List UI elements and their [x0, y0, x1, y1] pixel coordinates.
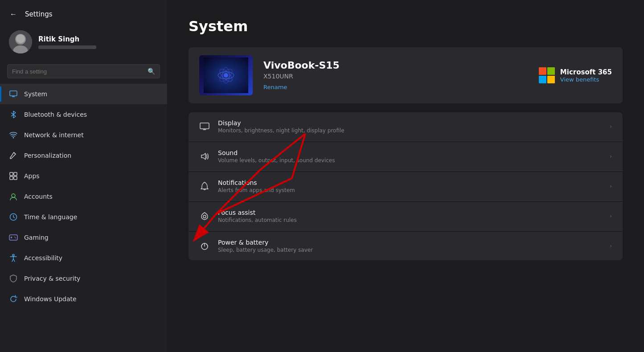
username: Ritik Singh — [38, 35, 96, 43]
nav-list: System Bluetooth & devices Network & int… — [0, 84, 167, 352]
sidebar: ← Settings Ritik Singh 🔍 — [0, 0, 167, 352]
sound-chevron-icon: › — [610, 153, 612, 160]
settings-item-notifications[interactable]: Notifications Alerts from apps and syste… — [189, 172, 623, 201]
main-content: System — [167, 0, 644, 352]
sidebar-item-gaming[interactable]: Gaming — [0, 227, 167, 248]
display-subtitle: Monitors, brightness, night light, displ… — [218, 127, 602, 134]
settings-text-display: Display Monitors, brightness, night ligh… — [218, 119, 602, 134]
gaming-icon — [9, 233, 18, 242]
sidebar-item-label: Time & language — [24, 213, 77, 221]
sidebar-item-label: Gaming — [24, 234, 49, 241]
search-container: 🔍 — [0, 61, 167, 84]
focus-subtitle: Notifications, automatic rules — [218, 217, 602, 223]
svg-rect-5 — [10, 91, 17, 96]
focus-chevron-icon: › — [610, 213, 612, 219]
sidebar-item-label: Network & internet — [24, 131, 84, 139]
sidebar-item-system[interactable]: System — [0, 84, 167, 104]
settings-group: Display Monitors, brightness, night ligh… — [189, 112, 623, 261]
sidebar-item-time[interactable]: Time & language — [0, 207, 167, 227]
notifications-subtitle: Alerts from apps and system — [218, 187, 602, 193]
username-bar — [38, 45, 96, 49]
system-icon — [9, 90, 18, 98]
display-icon — [199, 121, 210, 132]
settings-item-power[interactable]: Power & battery Sleep, battery usage, ba… — [189, 232, 623, 260]
sidebar-item-label: Apps — [24, 172, 40, 180]
user-info: Ritik Singh — [38, 35, 96, 49]
svg-point-8 — [13, 137, 14, 139]
sidebar-item-label: Personalization — [24, 152, 71, 159]
accessibility-icon — [9, 254, 18, 262]
sidebar-item-accounts[interactable]: Accounts — [0, 186, 167, 207]
time-icon — [9, 213, 18, 221]
ms365-view-benefits-link[interactable]: View benefits — [560, 76, 612, 83]
settings-item-focus[interactable]: Focus assist Notifications, automatic ru… — [189, 202, 623, 231]
notifications-title: Notifications — [218, 179, 602, 186]
user-section[interactable]: Ritik Singh — [0, 25, 167, 61]
settings-text-sound: Sound Volume levels, output, input, soun… — [218, 149, 602, 164]
focus-title: Focus assist — [218, 209, 602, 216]
back-icon: ← — [10, 10, 17, 18]
update-icon — [9, 295, 18, 303]
power-icon — [199, 241, 210, 251]
display-title: Display — [218, 119, 602, 127]
sidebar-item-bluetooth[interactable]: Bluetooth & devices — [0, 104, 167, 125]
focus-icon — [199, 211, 210, 221]
svg-rect-12 — [14, 176, 17, 180]
personalization-icon — [9, 151, 18, 160]
settings-text-notifications: Notifications Alerts from apps and syste… — [218, 179, 602, 193]
search-icon: 🔍 — [148, 68, 155, 75]
settings-text-focus: Focus assist Notifications, automatic ru… — [218, 209, 602, 223]
sidebar-item-network[interactable]: Network & internet — [0, 125, 167, 145]
sidebar-header: ← Settings — [0, 0, 167, 25]
svg-rect-10 — [14, 172, 17, 176]
bluetooth-icon — [9, 110, 18, 119]
sidebar-item-label: Accessibility — [24, 254, 62, 262]
privacy-icon — [9, 274, 18, 283]
svg-point-18 — [14, 237, 15, 237]
sidebar-item-apps[interactable]: Apps — [0, 166, 167, 186]
svg-point-26 — [224, 73, 228, 78]
accounts-icon — [9, 192, 18, 201]
sidebar-item-label: Windows Update — [24, 295, 77, 303]
svg-point-19 — [15, 237, 16, 238]
page-title: System — [189, 18, 623, 35]
device-card: VivoBook-S15 X510UNR Rename Microsoft 36… — [189, 47, 623, 103]
sound-subtitle: Volume levels, output, input, sound devi… — [218, 157, 602, 164]
network-icon — [9, 131, 18, 139]
settings-text-power: Power & battery Sleep, battery usage, ba… — [218, 239, 602, 253]
ms365-info: Microsoft 365 View benefits — [560, 68, 612, 83]
power-subtitle: Sleep, battery usage, battery saver — [218, 247, 602, 253]
sidebar-item-personalization[interactable]: Personalization — [0, 145, 167, 166]
settings-item-sound[interactable]: Sound Volume levels, output, input, soun… — [189, 142, 623, 171]
search-box[interactable]: 🔍 — [7, 64, 160, 78]
ms365-section: Microsoft 365 View benefits — [539, 67, 612, 83]
notifications-icon — [199, 181, 210, 192]
sidebar-item-privacy[interactable]: Privacy & security — [0, 268, 167, 289]
power-title: Power & battery — [218, 239, 602, 246]
sidebar-item-label: Privacy & security — [24, 275, 80, 282]
device-info: VivoBook-S15 X510UNR Rename — [263, 60, 528, 91]
device-rename-link[interactable]: Rename — [263, 84, 287, 90]
sidebar-item-update[interactable]: Windows Update — [0, 289, 167, 309]
settings-item-display[interactable]: Display Monitors, brightness, night ligh… — [189, 112, 623, 141]
svg-point-13 — [12, 194, 15, 197]
svg-rect-11 — [10, 176, 13, 180]
sidebar-item-label: Bluetooth & devices — [24, 111, 87, 118]
device-name: VivoBook-S15 — [263, 60, 528, 71]
app-title: Settings — [25, 10, 53, 18]
display-chevron-icon: › — [610, 123, 612, 130]
svg-rect-28 — [200, 123, 209, 129]
ms365-title: Microsoft 365 — [560, 68, 612, 76]
back-button[interactable]: ← — [7, 8, 20, 20]
svg-rect-9 — [10, 172, 13, 176]
sidebar-item-accessibility[interactable]: Accessibility — [0, 248, 167, 268]
ms365-logo — [539, 67, 555, 83]
notifications-chevron-icon: › — [610, 183, 612, 189]
search-input[interactable] — [12, 68, 144, 75]
device-model: X510UNR — [263, 73, 528, 80]
sidebar-item-label: Accounts — [24, 193, 53, 200]
svg-point-3 — [16, 34, 25, 43]
svg-point-20 — [12, 254, 14, 256]
sound-title: Sound — [218, 149, 602, 156]
sound-icon — [199, 151, 210, 162]
